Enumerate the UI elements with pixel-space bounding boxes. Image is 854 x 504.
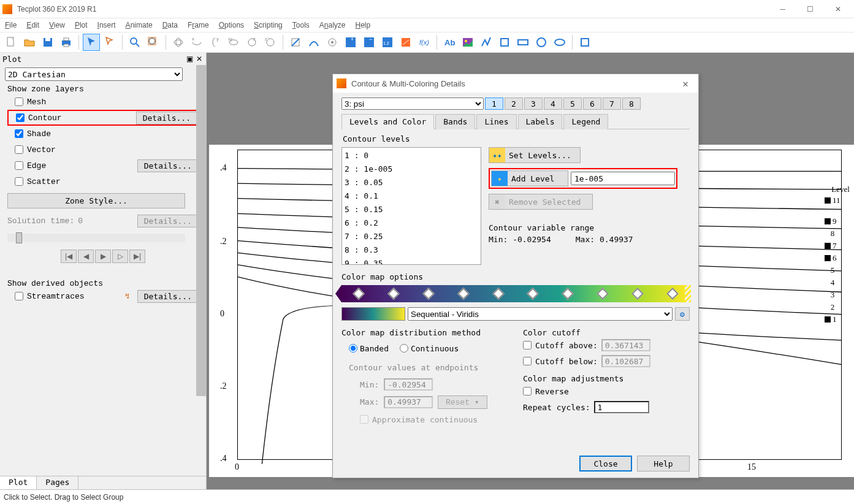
edge-checkbox[interactable] xyxy=(15,161,23,170)
contour-del-icon[interactable]: − xyxy=(360,34,378,51)
remove-selected-button[interactable]: ✖ Remove Selected xyxy=(489,194,593,210)
contour-add-icon[interactable]: + xyxy=(342,34,359,51)
banded-radio[interactable] xyxy=(349,344,357,353)
undock-icon[interactable]: ▣ xyxy=(185,55,194,63)
rotate-y-icon[interactable]: y xyxy=(207,34,224,51)
tab-labels[interactable]: Labels xyxy=(518,114,563,129)
group-1-button[interactable]: 1 xyxy=(485,97,503,110)
rotate-xy-icon[interactable]: xy xyxy=(225,34,242,51)
zoom-icon[interactable] xyxy=(126,34,143,51)
menu-help[interactable]: Help xyxy=(356,21,371,29)
vector-checkbox[interactable] xyxy=(15,145,23,154)
menu-plot[interactable]: Plot xyxy=(75,21,88,29)
continuous-radio[interactable] xyxy=(400,344,408,353)
level-item[interactable]: 5 : 0.15 xyxy=(345,203,478,216)
streamtraces-details-button[interactable]: Details... xyxy=(137,290,199,303)
streamtraces-icon[interactable]: ↯ xyxy=(121,291,134,301)
contour-label-icon[interactable]: 1.2 xyxy=(379,34,396,51)
dialog-close-icon[interactable]: ✕ xyxy=(676,78,695,90)
geom-ellipse-icon[interactable] xyxy=(551,34,568,51)
open-icon[interactable] xyxy=(21,34,38,51)
prev-frame-button[interactable]: ◀ xyxy=(78,250,94,263)
menu-analyze[interactable]: Analyze xyxy=(319,21,346,29)
contour-details-button[interactable]: Details... xyxy=(136,112,197,124)
menu-tools[interactable]: Tools xyxy=(292,21,310,29)
group-5-button[interactable]: 5 xyxy=(563,97,582,110)
menu-scripting[interactable]: Scripting xyxy=(254,21,283,29)
menu-insert[interactable]: Insert xyxy=(97,21,116,29)
contour-checkbox[interactable] xyxy=(16,113,25,122)
menu-edit[interactable]: Edit xyxy=(26,21,39,29)
streamtrace-icon[interactable] xyxy=(305,34,322,51)
geom-image-icon[interactable] xyxy=(459,34,476,51)
maximize-button[interactable]: ☐ xyxy=(796,0,824,18)
menu-animate[interactable]: Animate xyxy=(126,21,153,29)
play-button[interactable]: ▶ xyxy=(95,250,111,263)
geom-rect-icon[interactable] xyxy=(514,34,532,51)
level-item[interactable]: 8 : 0.3 xyxy=(345,243,478,257)
geom-circle-icon[interactable] xyxy=(533,34,550,51)
tab-levels-color[interactable]: Levels and Color xyxy=(341,114,434,129)
rotate-z-icon[interactable]: z xyxy=(243,34,261,51)
add-level-input[interactable] xyxy=(571,172,675,185)
rotate-twist-icon[interactable]: z' xyxy=(262,34,279,51)
probe-icon[interactable] xyxy=(324,34,341,51)
level-item[interactable]: 1 : 0 xyxy=(345,149,478,162)
rotate-x-icon[interactable]: x xyxy=(188,34,205,51)
group-4-button[interactable]: 4 xyxy=(544,97,562,110)
zone-style-button[interactable]: Zone Style... xyxy=(7,193,185,208)
tab-plot[interactable]: Plot xyxy=(0,476,37,489)
first-frame-button[interactable]: |◀ xyxy=(61,250,77,263)
slice-icon[interactable] xyxy=(287,34,304,51)
menu-view[interactable]: View xyxy=(49,21,65,29)
shade-checkbox[interactable] xyxy=(15,129,23,138)
close-panel-icon[interactable]: ✕ xyxy=(195,55,204,63)
tab-legend[interactable]: Legend xyxy=(563,114,608,129)
set-levels-button[interactable]: ✦✦ Set Levels... xyxy=(489,147,581,163)
tab-pages[interactable]: Pages xyxy=(37,476,78,489)
adjust-icon[interactable] xyxy=(101,34,118,51)
fx-icon[interactable]: f(x) xyxy=(416,34,433,51)
rotate-icon[interactable] xyxy=(170,34,187,51)
level-item[interactable]: 7 : 0.25 xyxy=(345,230,478,243)
add-level-button[interactable]: ✦ Add Level xyxy=(491,170,568,186)
level-item[interactable]: 4 : 0.1 xyxy=(345,189,478,203)
level-item[interactable]: 3 : 0.05 xyxy=(345,176,478,189)
new-icon[interactable] xyxy=(2,34,20,51)
levels-listbox[interactable]: 1 : 0 2 : 1e-005 3 : 0.05 4 : 0.1 5 : 0.… xyxy=(341,147,481,265)
scatter-checkbox[interactable] xyxy=(15,177,23,186)
group-3-button[interactable]: 3 xyxy=(524,97,543,110)
frame-new-icon[interactable] xyxy=(576,34,593,51)
dialog-help-button[interactable]: Help xyxy=(637,456,690,472)
dialog-close-button[interactable]: Close xyxy=(579,456,632,472)
select-icon[interactable] xyxy=(83,34,100,51)
plot-type-select[interactable]: 2D Cartesian xyxy=(5,67,183,81)
group-7-button[interactable]: 7 xyxy=(603,97,621,110)
menu-options[interactable]: Options xyxy=(219,21,244,29)
tab-bands[interactable]: Bands xyxy=(435,114,475,129)
reverse-checkbox[interactable] xyxy=(523,387,532,395)
group-8-button[interactable]: 8 xyxy=(622,97,641,110)
mesh-checkbox[interactable] xyxy=(15,97,23,106)
level-item[interactable]: 2 : 1e-005 xyxy=(345,162,478,176)
extract-icon[interactable] xyxy=(397,34,414,51)
menu-data[interactable]: Data xyxy=(162,21,178,29)
print-icon[interactable] xyxy=(58,34,75,51)
geom-square-icon[interactable] xyxy=(496,34,513,51)
text-icon[interactable]: Ab xyxy=(441,34,458,51)
cutoff-above-checkbox[interactable] xyxy=(523,341,532,349)
repeat-cycles-input[interactable] xyxy=(594,401,649,413)
group-6-button[interactable]: 6 xyxy=(583,97,601,110)
save-icon[interactable] xyxy=(39,34,56,51)
tab-lines[interactable]: Lines xyxy=(476,114,516,129)
minimize-button[interactable]: ─ xyxy=(769,0,796,18)
group-2-button[interactable]: 2 xyxy=(505,97,523,110)
colormap-preview[interactable] xyxy=(341,285,690,302)
level-item[interactable]: 9 : 0.35 xyxy=(345,257,478,265)
geom-polyline-icon[interactable] xyxy=(478,34,495,51)
menu-file[interactable]: File xyxy=(5,21,17,29)
solution-time-details-button[interactable]: Details... xyxy=(137,215,199,227)
level-item[interactable]: 6 : 0.2 xyxy=(345,216,478,230)
menu-frame[interactable]: Frame xyxy=(188,21,209,29)
contour-variable-select[interactable]: 3: psi xyxy=(341,97,484,110)
